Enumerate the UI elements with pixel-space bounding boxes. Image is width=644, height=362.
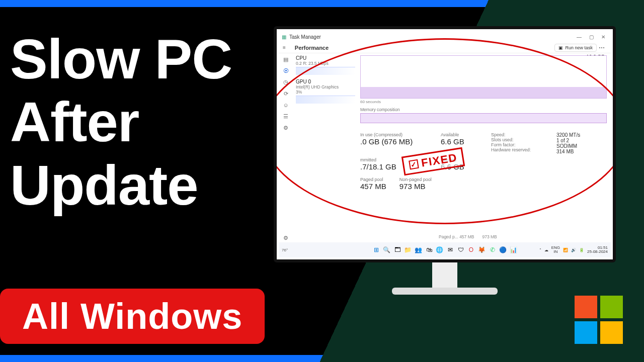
nonpaged-pool-label: Non-paged pool [399,177,432,182]
monitor-mockup: ▦ Task Manager — ▢ ✕ ≡ Performance ▣ Run… [274,26,616,295]
opera-icon[interactable]: O [467,246,475,254]
paged-pool-value: 457 MB [360,182,386,191]
nonpaged-pool-value: 973 MB [399,182,432,191]
form-factor-value: SODIMM [556,143,597,149]
headline-line-2: After [10,90,232,153]
minimize-button[interactable]: — [575,34,584,40]
task-view-icon[interactable]: 🗔 [393,246,401,254]
start-button[interactable]: ⊞ [372,246,380,254]
form-factor-label: Form factor: [491,142,551,147]
available-label: Available [441,132,486,137]
more-options-button[interactable]: ⋯ [597,44,607,51]
cpu-item[interactable]: CPU 0.2 R: 23.5 Mbps [296,55,355,75]
hardware-reserved-label: Hardware reserved: [491,147,551,152]
foot-paged-label: Paged p... [439,234,458,239]
startup-tab-icon[interactable]: ⟳ [284,90,288,97]
slots-label: Slots used: [491,137,551,142]
gpu-sub1: Intel(R) UHD Graphics [296,84,355,89]
gpu-label: GPU 0 [296,79,355,84]
titlebar: ▦ Task Manager — ▢ ✕ [279,31,611,42]
settings-icon[interactable]: ⚙ [283,235,288,241]
available-value: 6.6 GB [441,137,486,146]
mail-icon[interactable]: ✉ [446,246,454,254]
gpu-thumb-graph [296,96,355,104]
cpu-sub: 0.2 R: 23.5 Mbps [296,61,355,66]
weather-widget[interactable]: 76° [282,248,288,252]
speed-value: 3200 MT/s [556,132,597,138]
services-tab-icon[interactable]: ⚙ [283,125,288,131]
cpu-label: CPU [296,55,355,61]
onedrive-icon[interactable]: ☁ [544,248,548,252]
foot-paged-value: 457 MB [459,234,474,239]
toolbar: ≡ Performance ▣ Run new task ⋯ [279,42,611,53]
memory-composition-bar [360,113,607,123]
gpu-sub2: 3% [296,89,355,95]
hamburger-icon[interactable]: ≡ [283,45,286,50]
hardware-reserved-value: 314 MB [556,149,597,154]
explorer-icon[interactable]: 📁 [404,246,412,254]
tray-region: IN [551,250,560,254]
memory-usage-graph [360,55,607,99]
left-panel: CPU 0.2 R: 23.5 Mbps GPU 0 Intel(R) UHD … [293,53,358,241]
store-icon[interactable]: 🛍 [425,246,433,254]
main-panel: 16.0 GB 15.7 GB 60 seconds Memory compos… [358,53,611,241]
monitor-stand [432,262,457,288]
slots-value: 1 of 2 [556,138,597,143]
in-use-label: In use (Compressed) [360,132,436,137]
run-icon: ▣ [558,45,563,50]
wifi-icon[interactable]: 📶 [563,248,568,252]
processes-tab-icon[interactable]: ▤ [283,56,288,63]
edge-icon[interactable]: 🌐 [436,246,444,254]
sidebar: ▤ ⦿ ◷ ⟳ ☺ ☰ ⚙ ⚙ [279,53,293,241]
headline-line-1: Slow PC [10,28,232,90]
fixed-stamp-text: FIXED [420,151,458,170]
app-icon: ▦ [282,34,286,40]
windows-logo [575,296,623,344]
memory-stats-grid: In use (Compressed) .0 GB (676 MB) Avail… [360,132,607,171]
all-windows-badge: All Windows [0,289,265,344]
run-new-task-label: Run new task [565,45,593,50]
paged-pool-label: Paged pool [360,177,386,182]
app-icon-2[interactable]: 📊 [510,246,518,254]
users-tab-icon[interactable]: ☺ [283,102,288,108]
headline-line-3: Update [10,154,232,217]
window-title: Task Manager [289,34,321,40]
tab-performance[interactable]: Performance [295,45,329,51]
footer-stats: Paged p... 457 MB 973 MB [439,234,497,239]
tray-date: 25-08-2024 [587,250,608,254]
pools-row: Paged pool 457 MB Non-paged pool 973 MB [360,177,607,191]
volume-icon[interactable]: 🔊 [571,248,576,252]
close-button[interactable]: ✕ [599,34,608,40]
cpu-thumb-graph [296,67,355,75]
shield-icon[interactable]: 🛡 [457,246,465,254]
battery-icon[interactable]: 🔋 [579,248,584,252]
foot-nonpaged-value: 973 MB [482,234,497,239]
app-history-tab-icon[interactable]: ◷ [283,79,288,85]
firefox-icon[interactable]: 🦊 [478,246,486,254]
run-new-task-button[interactable]: ▣ Run new task [554,44,597,52]
search-icon[interactable]: 🔍 [383,246,391,254]
monitor-screen: ▦ Task Manager — ▢ ✕ ≡ Performance ▣ Run… [274,26,616,262]
details-tab-icon[interactable]: ☰ [283,113,288,120]
maximize-button[interactable]: ▢ [587,34,596,40]
gpu-item[interactable]: GPU 0 Intel(R) UHD Graphics 3% [296,79,355,104]
tray-chevron-icon[interactable]: ˄ [539,248,541,252]
monitor-base [392,288,498,295]
task-manager-window: ▦ Task Manager — ▢ ✕ ≡ Performance ▣ Run… [279,31,611,241]
headline: Slow PC After Update [10,28,232,217]
teams-icon[interactable]: 👥 [415,246,423,254]
windows-taskbar[interactable]: 76° ⊞ 🔍 🗔 📁 👥 🛍 🌐 ✉ 🛡 O 🦊 ✆ 🔵 📊 ˄ ☁ ENG … [279,242,611,257]
performance-tab-icon[interactable]: ⦿ [283,68,289,74]
speed-label: Speed: [491,132,551,137]
system-tray[interactable]: ˄ ☁ ENG IN 📶 🔊 🔋 01:51 25-08-2024 [539,246,608,254]
app-icon-1[interactable]: 🔵 [499,246,507,254]
checkmark-icon: ✓ [409,159,419,170]
sixty-seconds-label: 60 seconds [360,100,607,104]
whatsapp-icon[interactable]: ✆ [489,246,497,254]
in-use-value: .0 GB (676 MB) [360,137,436,146]
memory-composition-label: Memory composition [360,107,607,112]
